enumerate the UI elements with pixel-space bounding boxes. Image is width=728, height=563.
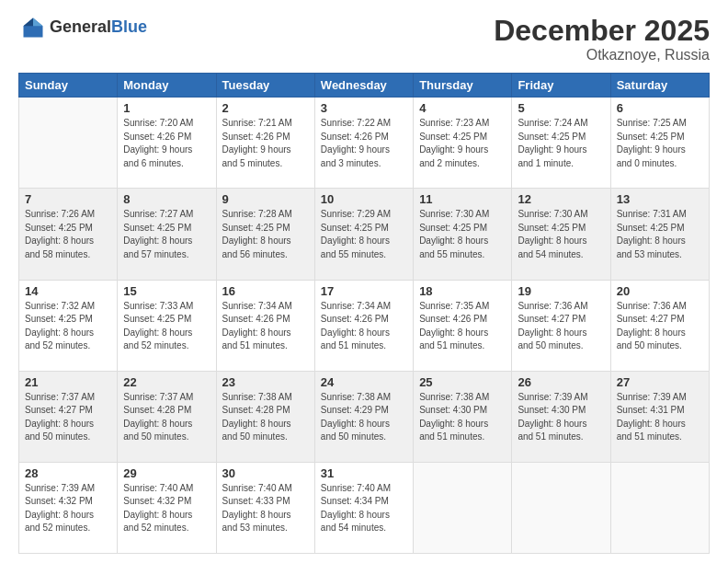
day-number: 31 xyxy=(321,466,407,480)
table-row: 20Sunrise: 7:36 AMSunset: 4:27 PMDayligh… xyxy=(610,280,709,371)
day-number: 26 xyxy=(518,375,604,389)
table-row: 16Sunrise: 7:34 AMSunset: 4:26 PMDayligh… xyxy=(216,280,314,371)
day-number: 17 xyxy=(321,284,407,298)
day-number: 4 xyxy=(419,101,506,115)
table-row: 31Sunrise: 7:40 AMSunset: 4:34 PMDayligh… xyxy=(314,462,413,553)
day-number: 10 xyxy=(321,192,407,206)
day-number: 24 xyxy=(321,375,407,389)
day-info: Sunrise: 7:40 AMSunset: 4:32 PMDaylight:… xyxy=(123,482,210,535)
calendar-week-row: 21Sunrise: 7:37 AMSunset: 4:27 PMDayligh… xyxy=(19,371,710,462)
page: GeneralBlue December 2025 Otkaznoye, Rus… xyxy=(0,0,728,563)
day-number: 13 xyxy=(617,192,703,206)
day-info: Sunrise: 7:38 AMSunset: 4:28 PMDaylight:… xyxy=(222,391,309,444)
col-monday: Monday xyxy=(118,74,216,98)
day-info: Sunrise: 7:30 AMSunset: 4:25 PMDaylight:… xyxy=(518,208,604,261)
day-info: Sunrise: 7:28 AMSunset: 4:25 PMDaylight:… xyxy=(222,208,309,261)
location: Otkaznoye, Russia xyxy=(494,47,710,63)
calendar-week-row: 1Sunrise: 7:20 AMSunset: 4:26 PMDaylight… xyxy=(19,98,710,189)
day-number: 2 xyxy=(222,101,309,115)
day-info: Sunrise: 7:35 AMSunset: 4:26 PMDaylight:… xyxy=(419,300,506,353)
day-number: 27 xyxy=(617,375,703,389)
table-row: 23Sunrise: 7:38 AMSunset: 4:28 PMDayligh… xyxy=(216,371,314,462)
day-info: Sunrise: 7:27 AMSunset: 4:25 PMDaylight:… xyxy=(123,208,210,261)
day-number: 19 xyxy=(518,284,604,298)
col-sunday: Sunday xyxy=(19,74,118,98)
logo-icon xyxy=(20,15,46,40)
day-info: Sunrise: 7:20 AMSunset: 4:26 PMDaylight:… xyxy=(123,117,210,170)
day-number: 16 xyxy=(222,284,309,298)
col-friday: Friday xyxy=(512,74,610,98)
header: GeneralBlue December 2025 Otkaznoye, Rus… xyxy=(18,15,710,63)
day-number: 22 xyxy=(123,375,210,389)
calendar-week-row: 7Sunrise: 7:26 AMSunset: 4:25 PMDaylight… xyxy=(19,189,710,280)
day-number: 8 xyxy=(123,192,210,206)
table-row: 5Sunrise: 7:24 AMSunset: 4:25 PMDaylight… xyxy=(512,98,610,189)
table-row: 22Sunrise: 7:37 AMSunset: 4:28 PMDayligh… xyxy=(118,371,216,462)
col-thursday: Thursday xyxy=(414,74,512,98)
table-row: 3Sunrise: 7:22 AMSunset: 4:26 PMDaylight… xyxy=(314,98,413,189)
table-row: 18Sunrise: 7:35 AMSunset: 4:26 PMDayligh… xyxy=(414,280,512,371)
day-number: 18 xyxy=(419,284,506,298)
day-number: 21 xyxy=(25,375,111,389)
day-info: Sunrise: 7:24 AMSunset: 4:25 PMDaylight:… xyxy=(518,117,604,170)
day-info: Sunrise: 7:40 AMSunset: 4:34 PMDaylight:… xyxy=(321,482,407,535)
day-info: Sunrise: 7:32 AMSunset: 4:25 PMDaylight:… xyxy=(25,300,111,353)
day-number: 5 xyxy=(518,101,604,115)
logo-text-blue: Blue xyxy=(111,17,147,36)
day-number: 23 xyxy=(222,375,309,389)
day-number: 1 xyxy=(123,101,210,115)
svg-marker-2 xyxy=(24,18,34,27)
col-saturday: Saturday xyxy=(610,74,709,98)
day-info: Sunrise: 7:34 AMSunset: 4:26 PMDaylight:… xyxy=(222,300,309,353)
table-row: 7Sunrise: 7:26 AMSunset: 4:25 PMDaylight… xyxy=(19,189,118,280)
day-info: Sunrise: 7:38 AMSunset: 4:29 PMDaylight:… xyxy=(321,391,407,444)
day-info: Sunrise: 7:36 AMSunset: 4:27 PMDaylight:… xyxy=(518,300,604,353)
table-row: 21Sunrise: 7:37 AMSunset: 4:27 PMDayligh… xyxy=(19,371,118,462)
day-number: 29 xyxy=(123,466,210,480)
day-number: 11 xyxy=(419,192,506,206)
table-row: 26Sunrise: 7:39 AMSunset: 4:30 PMDayligh… xyxy=(512,371,610,462)
day-info: Sunrise: 7:37 AMSunset: 4:27 PMDaylight:… xyxy=(25,391,111,444)
table-row: 12Sunrise: 7:30 AMSunset: 4:25 PMDayligh… xyxy=(512,189,610,280)
table-row: 11Sunrise: 7:30 AMSunset: 4:25 PMDayligh… xyxy=(414,189,512,280)
calendar-week-row: 28Sunrise: 7:39 AMSunset: 4:32 PMDayligh… xyxy=(19,462,710,553)
day-info: Sunrise: 7:21 AMSunset: 4:26 PMDaylight:… xyxy=(222,117,309,170)
day-info: Sunrise: 7:37 AMSunset: 4:28 PMDaylight:… xyxy=(123,391,210,444)
day-number: 3 xyxy=(321,101,407,115)
day-number: 15 xyxy=(123,284,210,298)
table-row: 28Sunrise: 7:39 AMSunset: 4:32 PMDayligh… xyxy=(19,462,118,553)
day-info: Sunrise: 7:30 AMSunset: 4:25 PMDaylight:… xyxy=(419,208,506,261)
col-tuesday: Tuesday xyxy=(216,74,314,98)
logo-text-general: General xyxy=(50,17,111,36)
table-row: 15Sunrise: 7:33 AMSunset: 4:25 PMDayligh… xyxy=(118,280,216,371)
table-row xyxy=(512,462,610,553)
table-row: 8Sunrise: 7:27 AMSunset: 4:25 PMDaylight… xyxy=(118,189,216,280)
table-row: 13Sunrise: 7:31 AMSunset: 4:25 PMDayligh… xyxy=(610,189,709,280)
day-number: 6 xyxy=(617,101,703,115)
day-info: Sunrise: 7:31 AMSunset: 4:25 PMDaylight:… xyxy=(617,208,703,261)
day-info: Sunrise: 7:34 AMSunset: 4:26 PMDaylight:… xyxy=(321,300,407,353)
table-row: 14Sunrise: 7:32 AMSunset: 4:25 PMDayligh… xyxy=(19,280,118,371)
calendar-table: Sunday Monday Tuesday Wednesday Thursday… xyxy=(18,73,710,554)
table-row: 2Sunrise: 7:21 AMSunset: 4:26 PMDaylight… xyxy=(216,98,314,189)
month-title: December 2025 xyxy=(494,15,710,47)
day-info: Sunrise: 7:29 AMSunset: 4:25 PMDaylight:… xyxy=(321,208,407,261)
logo: GeneralBlue xyxy=(18,15,147,40)
day-info: Sunrise: 7:25 AMSunset: 4:25 PMDaylight:… xyxy=(617,117,703,170)
day-info: Sunrise: 7:39 AMSunset: 4:31 PMDaylight:… xyxy=(617,391,703,444)
table-row: 29Sunrise: 7:40 AMSunset: 4:32 PMDayligh… xyxy=(118,462,216,553)
day-info: Sunrise: 7:23 AMSunset: 4:25 PMDaylight:… xyxy=(419,117,506,170)
day-info: Sunrise: 7:38 AMSunset: 4:30 PMDaylight:… xyxy=(419,391,506,444)
table-row: 25Sunrise: 7:38 AMSunset: 4:30 PMDayligh… xyxy=(414,371,512,462)
table-row: 19Sunrise: 7:36 AMSunset: 4:27 PMDayligh… xyxy=(512,280,610,371)
day-number: 30 xyxy=(222,466,309,480)
table-row xyxy=(414,462,512,553)
table-row: 6Sunrise: 7:25 AMSunset: 4:25 PMDaylight… xyxy=(610,98,709,189)
day-info: Sunrise: 7:33 AMSunset: 4:25 PMDaylight:… xyxy=(123,300,210,353)
day-number: 25 xyxy=(419,375,506,389)
day-info: Sunrise: 7:26 AMSunset: 4:25 PMDaylight:… xyxy=(25,208,111,261)
table-row: 17Sunrise: 7:34 AMSunset: 4:26 PMDayligh… xyxy=(314,280,413,371)
day-info: Sunrise: 7:40 AMSunset: 4:33 PMDaylight:… xyxy=(222,482,309,535)
day-number: 14 xyxy=(25,284,111,298)
day-info: Sunrise: 7:36 AMSunset: 4:27 PMDaylight:… xyxy=(617,300,703,353)
